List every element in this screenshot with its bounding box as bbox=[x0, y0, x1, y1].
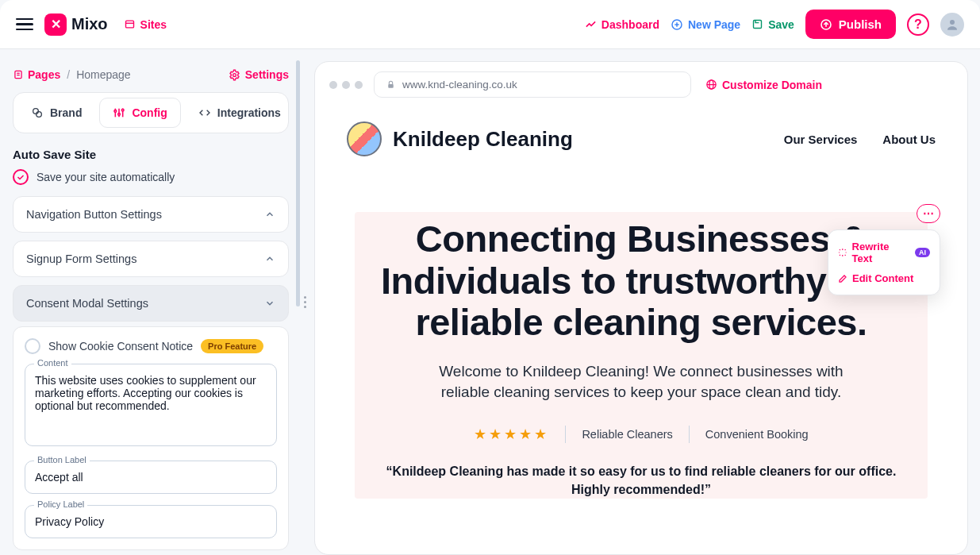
brand-icon bbox=[31, 106, 44, 119]
svg-point-8 bbox=[950, 20, 955, 25]
svg-point-13 bbox=[33, 109, 39, 114]
pages-link[interactable]: Pages bbox=[13, 68, 60, 81]
svg-rect-21 bbox=[388, 84, 394, 88]
dashboard-link[interactable]: Dashboard bbox=[585, 18, 659, 31]
hero-section: ⋯ Rewrite Text AI Edit Content bbox=[355, 212, 928, 499]
settings-link[interactable]: Settings bbox=[229, 68, 289, 81]
review-convenient: Convenient Booking bbox=[705, 428, 809, 441]
button-label-field-label: Button Label bbox=[34, 455, 90, 464]
save-icon bbox=[751, 18, 763, 30]
svg-rect-0 bbox=[125, 21, 133, 28]
chart-icon bbox=[585, 18, 597, 30]
chevron-up-icon bbox=[264, 209, 275, 220]
globe-icon bbox=[705, 79, 717, 91]
brand-logo[interactable]: ✕ Mixo bbox=[44, 13, 108, 36]
customize-domain-link[interactable]: Customize Domain bbox=[705, 79, 822, 91]
check-circle-icon bbox=[13, 169, 29, 185]
content-field-label: Content bbox=[34, 358, 71, 368]
site-brand-name: Knildeep Cleaning bbox=[393, 127, 573, 152]
save-link[interactable]: Save bbox=[751, 18, 794, 31]
new-page-link[interactable]: New Page bbox=[671, 18, 740, 31]
section-menu-button[interactable]: ⋯ bbox=[917, 204, 940, 223]
accordion-signup-form[interactable]: Signup Form Settings bbox=[13, 241, 289, 277]
menu-icon[interactable] bbox=[16, 16, 33, 33]
window-controls-icon bbox=[329, 81, 363, 89]
chevron-down-icon bbox=[264, 298, 275, 309]
nav-our-services[interactable]: Our Services bbox=[784, 133, 858, 146]
divider bbox=[565, 426, 566, 443]
policy-label-input[interactable] bbox=[25, 505, 277, 538]
lock-icon bbox=[386, 79, 396, 90]
policy-label-field-label: Policy Label bbox=[34, 499, 87, 509]
save-label: Save bbox=[768, 18, 794, 31]
site-logo-icon bbox=[347, 121, 382, 156]
code-icon bbox=[198, 106, 211, 119]
pages-icon bbox=[13, 69, 24, 80]
config-panel: Pages / Homepage Settings Brand Config I bbox=[0, 49, 302, 555]
sliders-icon bbox=[113, 106, 125, 119]
divider bbox=[689, 426, 690, 443]
svg-rect-5 bbox=[754, 21, 762, 29]
logo-mark-icon: ✕ bbox=[44, 13, 67, 36]
tab-brand[interactable]: Brand bbox=[18, 98, 94, 128]
show-consent-label: Show Cookie Consent Notice bbox=[48, 340, 193, 353]
pro-badge: Pro Feature bbox=[201, 339, 263, 353]
top-bar: ✕ Mixo Sites Dashboard New Page Save Pub… bbox=[0, 0, 980, 49]
publish-label: Publish bbox=[839, 17, 882, 31]
svg-point-14 bbox=[37, 112, 42, 118]
help-icon[interactable]: ? bbox=[907, 13, 929, 36]
user-icon bbox=[945, 17, 959, 32]
autosave-title: Auto Save Site bbox=[13, 148, 289, 161]
tab-config[interactable]: Config bbox=[99, 98, 180, 128]
accordion-consent-modal[interactable]: Consent Modal Settings bbox=[13, 285, 289, 322]
edit-icon bbox=[838, 274, 847, 283]
show-consent-checkbox[interactable] bbox=[25, 338, 40, 354]
site-preview: Knildeep Cleaning Our Services About Us … bbox=[315, 107, 967, 554]
new-page-label: New Page bbox=[688, 18, 740, 31]
sites-link[interactable]: Sites bbox=[124, 18, 167, 31]
section-popover: Rewrite Text AI Edit Content bbox=[828, 229, 940, 295]
testimonial-quote: “Knildeep Cleaning has made it so easy f… bbox=[371, 462, 912, 499]
edit-content-link[interactable]: Edit Content bbox=[838, 268, 930, 288]
content-textarea[interactable] bbox=[25, 364, 277, 446]
plus-circle-icon bbox=[671, 18, 683, 31]
brand-name: Mixo bbox=[71, 15, 108, 33]
scrollbar[interactable] bbox=[296, 60, 300, 306]
sites-label: Sites bbox=[140, 18, 167, 31]
gear-icon bbox=[229, 69, 240, 81]
site-brand[interactable]: Knildeep Cleaning bbox=[347, 121, 573, 156]
sites-icon bbox=[124, 18, 136, 30]
stars-icon: ★★★★★ bbox=[474, 426, 549, 443]
autosave-label: Save your site automatically bbox=[37, 171, 175, 183]
avatar[interactable] bbox=[940, 13, 964, 37]
tab-bar: Brand Config Integrations bbox=[13, 92, 289, 133]
hero-subtext[interactable]: Welcome to Knildeep Cleaning! We connect… bbox=[419, 361, 863, 403]
tab-integrations[interactable]: Integrations bbox=[186, 98, 294, 128]
ai-badge: AI bbox=[915, 248, 930, 257]
rewrite-text-link[interactable]: Rewrite Text AI bbox=[838, 237, 930, 268]
url-bar[interactable]: www.knd-cleaning.co.uk bbox=[374, 71, 691, 98]
chevron-up-icon bbox=[264, 253, 275, 264]
consent-settings-body: Show Cookie Consent Notice Pro Feature C… bbox=[13, 326, 289, 550]
svg-point-12 bbox=[233, 73, 236, 76]
svg-point-18 bbox=[114, 110, 117, 113]
button-label-input[interactable] bbox=[25, 461, 277, 494]
breadcrumb-sep: / bbox=[67, 68, 70, 81]
preview-browser: www.knd-cleaning.co.uk Customize Domain … bbox=[314, 61, 968, 555]
breadcrumb-current: Homepage bbox=[76, 68, 131, 81]
nav-about-us[interactable]: About Us bbox=[882, 133, 936, 146]
dashboard-label: Dashboard bbox=[601, 18, 659, 31]
url-text: www.knd-cleaning.co.uk bbox=[402, 79, 517, 91]
pane-resize-handle[interactable] bbox=[302, 49, 308, 555]
autosave-toggle[interactable]: Save your site automatically bbox=[13, 169, 289, 185]
review-reliable: Reliable Cleaners bbox=[582, 428, 672, 441]
accordion-nav-button[interactable]: Navigation Button Settings bbox=[13, 196, 289, 233]
sparkle-icon bbox=[838, 248, 847, 257]
svg-point-19 bbox=[118, 114, 121, 116]
svg-point-20 bbox=[122, 109, 125, 111]
upload-icon bbox=[820, 18, 832, 31]
publish-button[interactable]: Publish bbox=[805, 10, 896, 39]
breadcrumb: Pages / Homepage bbox=[13, 68, 131, 81]
